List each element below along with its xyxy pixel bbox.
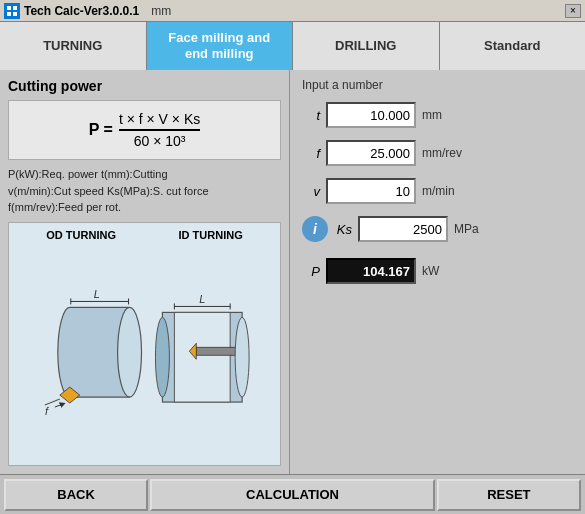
ks-input-row: i Ks MPa [302, 216, 573, 242]
formula-lhs: P = [89, 121, 113, 139]
right-panel: Input a number t mm f mm/rev v m/min i K… [290, 70, 585, 474]
f-input[interactable] [326, 140, 416, 166]
f-label: f [302, 146, 320, 161]
svg-text:L: L [94, 288, 100, 300]
svg-rect-18 [174, 312, 230, 402]
svg-line-16 [55, 404, 63, 407]
svg-point-25 [155, 317, 169, 397]
p-output-row: P kW [302, 258, 573, 284]
diagram-labels: OD TURNING ID TURNING [15, 229, 274, 241]
diagram-area: OD TURNING ID TURNING L [8, 222, 281, 467]
svg-point-6 [118, 307, 142, 397]
formula-denominator: 60 × 10³ [134, 131, 186, 149]
t-unit: mm [422, 108, 467, 122]
calculation-button[interactable]: CALCULATION [150, 479, 435, 511]
app-icon [4, 3, 20, 19]
turning-diagram: L f L [15, 245, 274, 460]
main-content: Cutting power P = t × f × V × Ks 60 × 10… [0, 70, 585, 474]
tab-standard[interactable]: Standard [440, 22, 586, 70]
f-input-row: f mm/rev [302, 140, 573, 166]
tab-turning[interactable]: TURNING [0, 22, 147, 70]
svg-text:f: f [45, 405, 49, 417]
id-turning-label: ID TURNING [179, 229, 243, 241]
ks-input[interactable] [358, 216, 448, 242]
p-label: P [302, 264, 320, 279]
t-input-row: t mm [302, 102, 573, 128]
t-input[interactable] [326, 102, 416, 128]
unit-label: mm [151, 4, 171, 18]
bottom-bar: BACK CALCULATION RESET [0, 474, 585, 514]
app-title: Tech Calc-Ver3.0.0.1 [24, 4, 139, 18]
od-turning-label: OD TURNING [46, 229, 116, 241]
t-label: t [302, 108, 320, 123]
info-button[interactable]: i [302, 216, 328, 242]
formula-box: P = t × f × V × Ks 60 × 10³ [8, 100, 281, 160]
back-button[interactable]: BACK [4, 479, 148, 511]
svg-point-26 [235, 317, 249, 397]
v-unit: m/min [422, 184, 467, 198]
tab-bar: TURNING Face milling and end milling DRI… [0, 22, 585, 70]
formula-fraction: t × f × V × Ks 60 × 10³ [119, 111, 200, 149]
v-input-row: v m/min [302, 178, 573, 204]
f-unit: mm/rev [422, 146, 467, 160]
tab-drilling[interactable]: DRILLING [293, 22, 440, 70]
p-unit: kW [422, 264, 467, 278]
left-panel: Cutting power P = t × f × V × Ks 60 × 10… [0, 70, 290, 474]
tab-face-milling[interactable]: Face milling and end milling [147, 22, 294, 70]
input-prompt: Input a number [302, 78, 573, 92]
section-title: Cutting power [8, 78, 281, 94]
title-bar: Tech Calc-Ver3.0.0.1 mm × [0, 0, 585, 22]
p-output [326, 258, 416, 284]
ks-label: Ks [334, 222, 352, 237]
formula-description: P(kW):Req. power t(mm):Cutting v(m/min):… [8, 166, 281, 216]
svg-rect-0 [7, 6, 11, 10]
ks-unit: MPa [454, 222, 499, 236]
svg-rect-3 [13, 12, 17, 16]
svg-rect-2 [7, 12, 11, 16]
v-label: v [302, 184, 320, 199]
reset-button[interactable]: RESET [437, 479, 581, 511]
formula-numerator: t × f × V × Ks [119, 111, 200, 131]
close-button[interactable]: × [565, 4, 581, 18]
v-input[interactable] [326, 178, 416, 204]
svg-text:L: L [199, 293, 205, 305]
svg-rect-1 [13, 6, 17, 10]
